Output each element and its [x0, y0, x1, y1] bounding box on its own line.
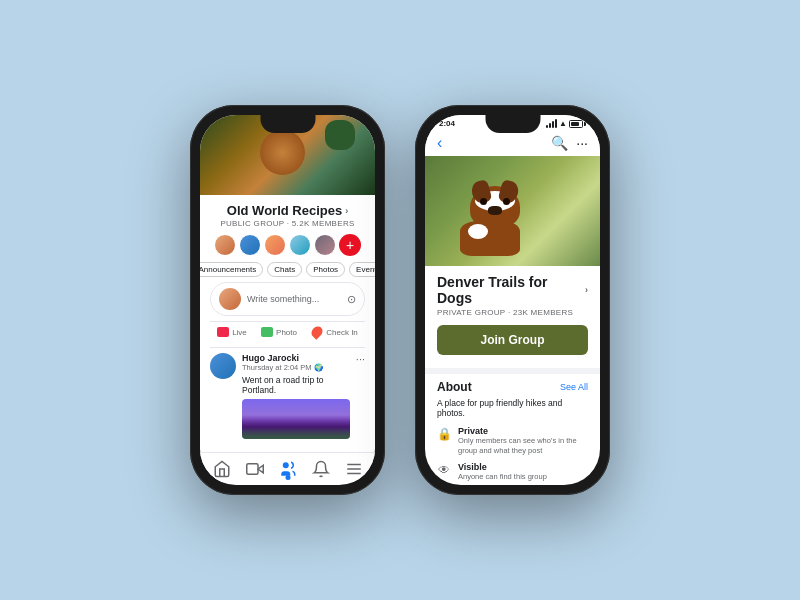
post-text: Went on a road trip to Portland. — [242, 375, 350, 395]
bottom-nav — [200, 452, 375, 482]
dog-eye-left — [480, 198, 487, 205]
avatar-3 — [264, 234, 286, 256]
right-nav-bar: ‹ 🔍 ··· — [425, 130, 600, 156]
avatar-5 — [314, 234, 336, 256]
member-avatars: + — [210, 234, 365, 256]
left-notch — [260, 115, 315, 133]
about-section: About See All A place for pup friendly h… — [425, 368, 600, 485]
visible-info: Visible Anyone can find this group — [458, 462, 588, 482]
see-all-button[interactable]: See All — [560, 382, 588, 392]
post-author-name: Hugo Jarocki — [242, 353, 350, 363]
visible-desc: Anyone can find this group — [458, 472, 588, 482]
post-author-avatar — [210, 353, 236, 379]
right-notch — [485, 115, 540, 133]
tab-chats[interactable]: Chats — [267, 262, 302, 277]
private-label: Private — [458, 426, 588, 436]
checkin-icon — [309, 324, 325, 340]
left-phone-screen: Old World Recipes › PUBLIC GROUP · 5.2K … — [200, 115, 375, 485]
tab-photos[interactable]: Photos — [306, 262, 345, 277]
tabs-row: Announcements Chats Photos Event — [210, 262, 365, 277]
signal-icon — [546, 119, 557, 128]
eye-icon: 👁 — [437, 463, 451, 477]
write-placeholder: Write something... — [247, 294, 341, 304]
avatar-4 — [289, 234, 311, 256]
post-options-icon[interactable]: ··· — [356, 353, 365, 439]
about-title: About — [437, 380, 472, 394]
live-icon — [217, 327, 229, 337]
left-content: Old World Recipes › PUBLIC GROUP · 5.2K … — [200, 195, 375, 452]
dog-hero-image — [425, 156, 600, 266]
post-image — [242, 399, 350, 439]
photo-icon — [261, 327, 273, 337]
phones-container: Old World Recipes › PUBLIC GROUP · 5.2K … — [190, 105, 610, 495]
options-icon[interactable]: ⊙ — [347, 293, 356, 306]
checkin-label: Check In — [326, 328, 358, 337]
tab-events[interactable]: Event — [349, 262, 375, 277]
svg-point-2 — [282, 462, 288, 468]
tab-announcements[interactable]: Announcements — [200, 262, 263, 277]
private-desc: Only members can see who's in the group … — [458, 436, 588, 456]
post-meta: Hugo Jarocki Thursday at 2:04 PM 🌍 Went … — [242, 353, 350, 439]
left-group-name-text: Old World Recipes — [227, 203, 342, 218]
user-avatar — [219, 288, 241, 310]
nav-active-indicator — [285, 475, 290, 480]
right-group-name-text: Denver Trails for Dogs — [437, 274, 582, 306]
avatar-2 — [239, 234, 261, 256]
about-description: A place for pup friendly hikes and photo… — [437, 398, 588, 418]
dog-torso — [460, 221, 520, 256]
post-actions-row: Live Photo Check In — [210, 321, 365, 342]
svg-marker-0 — [258, 465, 263, 473]
nav-groups[interactable] — [278, 461, 298, 477]
post-timestamp: Thursday at 2:04 PM 🌍 — [242, 363, 350, 372]
join-group-button[interactable]: Join Group — [437, 325, 588, 355]
right-group-chevron: › — [585, 285, 588, 295]
write-something-box[interactable]: Write something... ⊙ — [210, 282, 365, 316]
post-item: Hugo Jarocki Thursday at 2:04 PM 🌍 Went … — [210, 347, 365, 444]
search-button[interactable]: 🔍 — [551, 135, 568, 151]
lock-icon: 🔒 — [437, 427, 451, 441]
private-info: Private Only members can see who's in th… — [458, 426, 588, 456]
add-member-button[interactable]: + — [339, 234, 361, 256]
live-button[interactable]: Live — [217, 327, 247, 337]
right-group-title: Denver Trails for Dogs › — [437, 274, 588, 306]
wifi-icon: ▲ — [559, 119, 567, 128]
right-phone-screen: 2:04 ▲ ‹ 🔍 ··· — [425, 115, 600, 485]
info-item-private: 🔒 Private Only members can see who's in … — [437, 426, 588, 456]
right-group-subtitle: PRIVATE GROUP · 23K MEMBERS — [437, 308, 588, 317]
nav-home[interactable] — [212, 461, 232, 477]
dog-nose — [488, 206, 502, 215]
photo-button[interactable]: Photo — [261, 327, 297, 337]
about-header: About See All — [437, 380, 588, 394]
nav-video[interactable] — [245, 461, 265, 477]
photo-label: Photo — [276, 328, 297, 337]
status-time: 2:04 — [439, 119, 455, 128]
left-group-title: Old World Recipes › — [210, 203, 365, 218]
right-group-info: Denver Trails for Dogs › PRIVATE GROUP ·… — [425, 266, 600, 368]
status-icons: ▲ — [546, 119, 586, 128]
left-group-subtitle: PUBLIC GROUP · 5.2K MEMBERS — [210, 219, 365, 228]
left-phone: Old World Recipes › PUBLIC GROUP · 5.2K … — [190, 105, 385, 495]
group-name-chevron: › — [345, 206, 348, 216]
nav-notifications[interactable] — [311, 461, 331, 477]
info-item-visible: 👁 Visible Anyone can find this group — [437, 462, 588, 482]
right-phone: 2:04 ▲ ‹ 🔍 ··· — [415, 105, 610, 495]
nav-menu[interactable] — [344, 461, 364, 477]
nav-right-icons: 🔍 ··· — [551, 135, 588, 151]
more-options-button[interactable]: ··· — [576, 135, 588, 151]
svg-rect-1 — [246, 464, 257, 475]
checkin-button[interactable]: Check In — [311, 327, 358, 337]
live-label: Live — [232, 328, 247, 337]
back-button[interactable]: ‹ — [437, 134, 442, 152]
avatar-1 — [214, 234, 236, 256]
dog-eye-right — [503, 198, 510, 205]
battery-icon — [569, 120, 586, 128]
dog-illustration — [455, 186, 535, 261]
globe-indicator: 🌍 — [314, 363, 323, 372]
visible-label: Visible — [458, 462, 588, 472]
